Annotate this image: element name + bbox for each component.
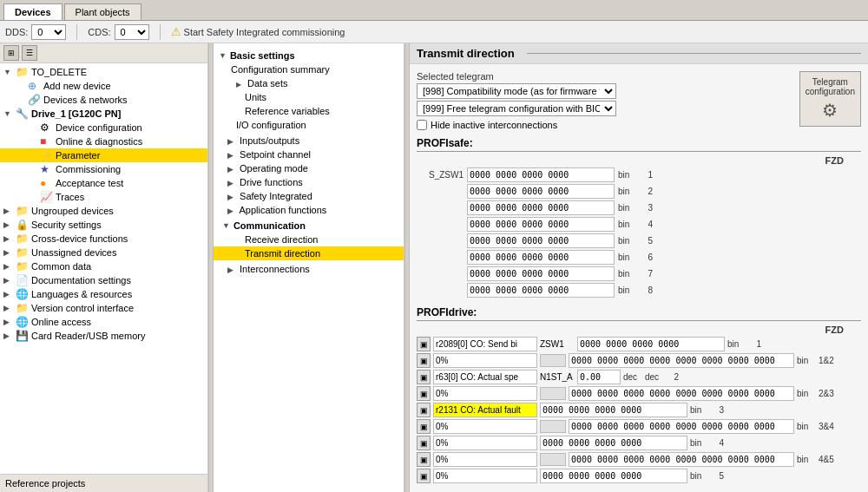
pd-row-btn[interactable]: ▣ bbox=[417, 386, 431, 401]
pd-row-btn[interactable]: ▣ bbox=[417, 436, 431, 450]
config-item-units[interactable]: Units bbox=[214, 90, 404, 104]
pd-value-input[interactable] bbox=[577, 337, 725, 351]
pd-value-input[interactable] bbox=[569, 386, 794, 401]
arrow-version[interactable]: ▶ bbox=[3, 304, 16, 312]
pd-row-btn[interactable]: ▣ bbox=[417, 403, 431, 417]
panel-icon-btn-1[interactable]: ⊞ bbox=[3, 45, 19, 61]
telegram-config-icon[interactable]: ⚙ bbox=[806, 100, 855, 121]
config-item-inputs-outputs[interactable]: ▶ Inputs/outputs bbox=[214, 134, 404, 148]
tree-item-parameter[interactable]: ⚡ Parameter bbox=[0, 148, 207, 162]
tree-item-common-data[interactable]: ▶ 📁 Common data bbox=[0, 259, 207, 273]
pd-value-input[interactable] bbox=[540, 469, 687, 483]
pd-src-input[interactable] bbox=[433, 452, 537, 467]
tree-label-commissioning: Commissioning bbox=[56, 164, 121, 174]
cds-select[interactable]: 0 bbox=[115, 24, 149, 40]
pd-value-input[interactable] bbox=[569, 452, 794, 467]
config-item-receive[interactable]: Receive direction bbox=[214, 233, 404, 246]
config-item-config-summary[interactable]: Configuration summary bbox=[214, 62, 404, 76]
pd-value-input[interactable] bbox=[569, 419, 794, 434]
pd-src-input[interactable] bbox=[433, 370, 537, 384]
pd-unit: bin bbox=[690, 471, 709, 481]
config-header-basic[interactable]: ▼ Basic settings bbox=[214, 49, 404, 62]
config-item-setpoint[interactable]: ▶ Setpoint channel bbox=[214, 148, 404, 161]
arrow-doc[interactable]: ▶ bbox=[3, 276, 16, 285]
config-item-interconnections[interactable]: ▶ Interconnections bbox=[214, 262, 404, 276]
arrow-common[interactable]: ▶ bbox=[3, 262, 16, 271]
tree-item-version[interactable]: ▶ 📁 Version control interface bbox=[0, 301, 207, 315]
profisafe-row-input[interactable] bbox=[467, 217, 615, 232]
config-item-drive-functions[interactable]: ▶ Drive functions bbox=[214, 175, 404, 189]
right-content: Selected telegram [998] Compatibility mo… bbox=[410, 64, 868, 492]
pd-src-input[interactable] bbox=[433, 469, 537, 483]
telegram-select-1[interactable]: [998] Compatibility mode (as for firmwar… bbox=[417, 83, 616, 99]
pd-value-input[interactable] bbox=[569, 353, 794, 368]
arrow-cross[interactable]: ▶ bbox=[3, 234, 16, 243]
arrow-card[interactable]: ▶ bbox=[3, 331, 16, 340]
pd-row-btn[interactable]: ▣ bbox=[417, 469, 431, 483]
config-header-comm[interactable]: ▼ Communication bbox=[214, 219, 404, 233]
arrow-drive1[interactable]: ▼ bbox=[3, 109, 16, 118]
pd-src-input[interactable] bbox=[433, 337, 537, 351]
tree-item-card-reader[interactable]: ▶ 💾 Card Reader/USB memory bbox=[0, 329, 207, 343]
tree-item-languages[interactable]: ▶ 🌐 Languages & resources bbox=[0, 287, 207, 301]
start-safety-button[interactable]: ⚠ Start Safety Integrated commissioning bbox=[171, 25, 345, 38]
tree-item-acceptance-test[interactable]: ● Acceptance test bbox=[0, 176, 207, 190]
pd-src-input[interactable] bbox=[433, 419, 537, 434]
tree-item-cross-device[interactable]: ▶ 📁 Cross-device functions bbox=[0, 232, 207, 246]
tree-item-add-device[interactable]: ⊕ Add new device bbox=[0, 79, 207, 93]
profisafe-row-input[interactable] bbox=[467, 184, 615, 199]
arrow-ungrouped[interactable]: ▶ bbox=[3, 207, 16, 215]
tree-item-security[interactable]: ▶ 🔒 Security settings bbox=[0, 218, 207, 232]
panel-icon-btn-2[interactable]: ☰ bbox=[22, 45, 37, 61]
telegram-select-2[interactable]: [999] Free telegram configuration with B… bbox=[417, 101, 616, 116]
tree-item-device-config[interactable]: ⚙ Device configuration bbox=[0, 121, 207, 134]
pd-row-btn[interactable]: ▣ bbox=[417, 353, 431, 368]
tab-devices[interactable]: Devices bbox=[3, 3, 62, 20]
tree-item-to-delete[interactable]: ▼ 📁 TO_DELETE bbox=[0, 65, 207, 79]
pd-src-input[interactable] bbox=[433, 353, 537, 368]
pd-row-btn[interactable]: ▣ bbox=[417, 337, 431, 351]
pd-src-input[interactable] bbox=[433, 403, 537, 417]
config-item-ref-vars[interactable]: Reference variables bbox=[214, 104, 404, 118]
tree-item-devices-networks[interactable]: 🔗 Devices & networks bbox=[0, 93, 207, 107]
config-item-data-sets[interactable]: ▶ Data sets bbox=[214, 76, 404, 90]
pd-extra-input[interactable] bbox=[577, 370, 621, 384]
config-item-operating[interactable]: ▶ Operating mode bbox=[214, 161, 404, 175]
profisafe-row-fzd: 2 bbox=[641, 187, 653, 196]
tree-item-drive1[interactable]: ▼ 🔧 Drive_1 [G120C PN] bbox=[0, 107, 207, 121]
tree-item-online-access[interactable]: ▶ 🌐 Online access bbox=[0, 315, 207, 329]
profisafe-row-input[interactable] bbox=[467, 233, 615, 248]
pd-row-btn[interactable]: ▣ bbox=[417, 419, 431, 434]
tree-item-online-diagnostics[interactable]: ■ Online & diagnostics bbox=[0, 134, 207, 148]
pd-row-btn[interactable]: ▣ bbox=[417, 452, 431, 467]
pd-value-input[interactable] bbox=[540, 436, 687, 450]
reference-projects[interactable]: Reference projects bbox=[0, 474, 207, 492]
tree-item-ungrouped[interactable]: ▶ 📁 Ungrouped devices bbox=[0, 204, 207, 218]
pd-row-btn[interactable]: ▣ bbox=[417, 370, 431, 384]
tree-item-commissioning[interactable]: ★ Commissioning bbox=[0, 162, 207, 176]
profisafe-row-input[interactable] bbox=[467, 283, 615, 298]
config-item-safety[interactable]: ▶ Safety Integrated bbox=[214, 189, 404, 203]
dds-select[interactable]: 0 bbox=[31, 24, 66, 40]
arrow-online[interactable]: ▶ bbox=[3, 318, 16, 326]
tree-item-unassigned[interactable]: ▶ 📁 Unassigned devices bbox=[0, 246, 207, 259]
profisafe-row-input[interactable] bbox=[467, 167, 615, 182]
tab-plant-objects[interactable]: Plant objects bbox=[64, 3, 141, 20]
profisafe-row-input[interactable] bbox=[467, 250, 615, 265]
arrow-to-delete[interactable]: ▼ bbox=[3, 68, 16, 76]
config-item-io-config[interactable]: I/O configuration bbox=[214, 118, 404, 132]
reference-projects-label: Reference projects bbox=[5, 478, 85, 489]
arrow-lang[interactable]: ▶ bbox=[3, 290, 16, 298]
pd-src-input[interactable] bbox=[433, 436, 537, 450]
config-item-app-func[interactable]: ▶ Application functions bbox=[214, 203, 404, 217]
profisafe-row-input[interactable] bbox=[467, 266, 615, 281]
tree-item-traces[interactable]: 📈 Traces bbox=[0, 190, 207, 204]
pd-value-input[interactable] bbox=[540, 403, 687, 417]
config-item-transmit[interactable]: Transmit direction bbox=[214, 246, 404, 260]
arrow-security[interactable]: ▶ bbox=[3, 220, 16, 229]
arrow-unassigned[interactable]: ▶ bbox=[3, 248, 16, 257]
tree-item-documentation[interactable]: ▶ 📄 Documentation settings bbox=[0, 273, 207, 287]
hide-inactive-checkbox[interactable] bbox=[417, 120, 427, 130]
profisafe-row-input[interactable] bbox=[467, 200, 615, 215]
pd-src-input[interactable] bbox=[433, 386, 537, 401]
